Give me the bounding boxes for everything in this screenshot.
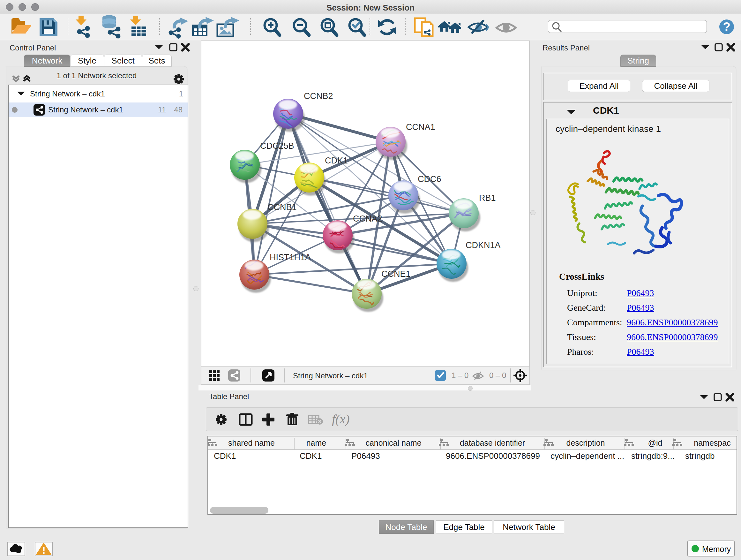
svg-text:canonical name: canonical name bbox=[365, 438, 421, 447]
svg-text:stringdb: stringdb bbox=[685, 451, 715, 461]
svg-text:1: 1 bbox=[179, 89, 183, 98]
svg-text:9606.ENSP00000378699: 9606.ENSP00000378699 bbox=[446, 451, 540, 461]
svg-text:@id: @id bbox=[648, 438, 663, 447]
svg-text:shared name: shared name bbox=[228, 438, 275, 447]
svg-text:CCNB2: CCNB2 bbox=[304, 91, 333, 101]
svg-text:namespac: namespac bbox=[694, 438, 731, 447]
svg-text:CDKN1A: CDKN1A bbox=[466, 240, 501, 250]
svg-text:48: 48 bbox=[174, 105, 183, 114]
svg-text:description: description bbox=[566, 438, 605, 447]
svg-text:String Network – cdk1: String Network – cdk1 bbox=[30, 89, 105, 98]
svg-text:database identifier: database identifier bbox=[460, 438, 525, 447]
svg-text:name: name bbox=[307, 438, 327, 447]
svg-text:String Network – cdk1: String Network – cdk1 bbox=[48, 105, 123, 114]
svg-text:1 – 0: 1 – 0 bbox=[452, 371, 468, 380]
svg-text:0 – 0: 0 – 0 bbox=[489, 371, 506, 380]
svg-text:CCNA2: CCNA2 bbox=[353, 214, 382, 224]
svg-text:CDK1: CDK1 bbox=[325, 156, 348, 165]
svg-text:f(x): f(x) bbox=[332, 412, 350, 426]
svg-text:P06493: P06493 bbox=[351, 451, 380, 461]
svg-text:CCNE1: CCNE1 bbox=[381, 269, 411, 279]
svg-text:cyclin–dependent ...: cyclin–dependent ... bbox=[550, 451, 624, 461]
svg-text:?: ? bbox=[723, 20, 730, 34]
svg-text:CDK1: CDK1 bbox=[214, 451, 236, 461]
svg-text:CDK1: CDK1 bbox=[300, 451, 322, 461]
svg-text:CCNA1: CCNA1 bbox=[406, 122, 435, 132]
svg-text:CCNB1: CCNB1 bbox=[267, 202, 297, 212]
svg-text:HIST1H1A: HIST1H1A bbox=[270, 253, 311, 262]
svg-text:RB1: RB1 bbox=[479, 193, 496, 203]
svg-text:11: 11 bbox=[158, 105, 166, 114]
svg-text:CDC6: CDC6 bbox=[418, 174, 441, 184]
svg-text:CDC25B: CDC25B bbox=[260, 141, 294, 151]
svg-text:stringdb:9...: stringdb:9... bbox=[631, 451, 675, 461]
